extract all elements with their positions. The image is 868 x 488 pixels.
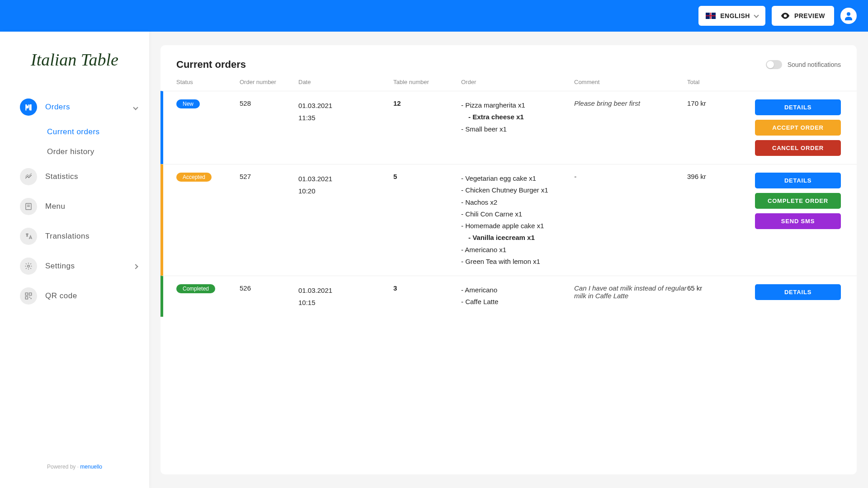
table-row: Completed52601.03.202110:153- Americano-… [160,276,857,317]
col-header-table-number: Table number [393,79,461,85]
table-row: New52801.03.202111:3512- Pizza margherit… [160,91,857,164]
order-item: - Extra cheese x1 [461,111,574,123]
order-item: - Americano x1 [461,244,574,256]
sidebar-item-label: QR code [45,291,77,300]
order-items: - Americano- Caffe Latte [461,284,574,309]
sidebar-item-orders[interactable]: Orders [20,92,149,122]
details-button[interactable]: DETAILS [755,99,841,115]
status-badge: Completed [176,284,215,293]
details-button[interactable]: DETAILS [755,284,841,300]
sidebar-item-label: Orders [45,103,70,112]
sidebar-item-qr-code[interactable]: QR code [20,281,149,311]
sound-notifications-label: Sound notifications [788,61,841,68]
svg-rect-8 [29,297,30,298]
cancel-order-button[interactable]: CANCEL ORDER [755,140,841,156]
row-actions: DETAILS [755,284,841,309]
details-button[interactable]: DETAILS [755,173,841,188]
send-sms-button[interactable]: SEND SMS [755,213,841,229]
order-time: 10:20 [298,185,393,197]
col-header-comment: Comment [574,79,687,85]
statistics-icon [20,168,37,185]
person-icon [843,10,854,21]
order-item: - Homemade apple cake x1 [461,220,574,232]
order-item: - Americano [461,284,574,296]
sidebar-item-label: Settings [45,262,75,271]
row-actions: DETAILSCOMPLETE ORDERSEND SMS [755,173,841,267]
svg-point-0 [847,12,850,16]
col-header-order-number: Order number [240,79,298,85]
order-items: - Pizza margherita x1- Extra cheese x1- … [461,99,574,156]
row-actions: DETAILSACCEPT ORDERCANCEL ORDER [755,99,841,156]
sidebar: Italian Table Orders Current orders Orde… [0,32,149,488]
table-header: Status Order number Date Table number Or… [160,79,857,91]
orders-table: Status Order number Date Table number Or… [160,79,857,317]
chevron-down-icon [134,103,137,112]
language-label: ENGLISH [720,12,750,19]
sidebar-item-statistics[interactable]: Statistics [20,162,149,192]
col-header-status: Status [176,79,240,85]
svg-rect-6 [29,293,32,295]
sidebar-item-label: Translations [45,232,90,241]
order-item: - Vanilla icecream x1 [461,232,574,244]
order-total: 396 kr [687,173,741,267]
order-item: - Small beer x1 [461,123,574,135]
sidebar-item-settings[interactable]: Settings [20,251,149,281]
topbar: ENGLISH PREVIEW [0,0,868,32]
powered-by: Powered by · menuello [0,455,149,479]
order-item: - Nachos x2 [461,197,574,208]
chevron-right-icon [134,262,137,271]
subnav-current-orders[interactable]: Current orders [47,122,149,142]
sound-notifications-toggle[interactable] [766,60,782,69]
subnav-order-history[interactable]: Order history [47,142,149,162]
uk-flag-icon [706,13,716,19]
page-title: Current orders [176,59,246,70]
table-row: Accepted52701.03.202110:205- Vegetarian … [160,164,857,276]
sidebar-item-menu[interactable]: Menu [20,192,149,221]
table-number: 12 [393,99,461,156]
sidebar-item-translations[interactable]: Translations [20,221,149,251]
col-header-total: Total [687,79,741,85]
accept-order-button[interactable]: ACCEPT ORDER [755,120,841,136]
table-number: 3 [393,284,461,309]
order-time: 10:15 [298,296,393,309]
col-header-date: Date [298,79,393,85]
order-item: - Vegetarian egg cake x1 [461,173,574,184]
sidebar-item-label: Statistics [45,172,78,181]
order-item: - Caffe Latte [461,296,574,308]
status-badge: New [176,99,200,108]
complete-order-button[interactable]: COMPLETE ORDER [755,193,841,209]
order-total: 170 kr [687,99,741,156]
order-item: - Chicken Chutney Burger x1 [461,184,574,196]
logo: Italian Table [0,50,149,70]
order-items: - Vegetarian egg cake x1- Chicken Chutne… [461,173,574,267]
order-time: 11:35 [298,112,393,124]
eye-icon [781,13,790,19]
order-item: - Pizza margherita x1 [461,99,574,111]
orders-icon [20,99,37,116]
order-number: 527 [240,173,298,267]
order-date: 01.03.2021 [298,284,393,296]
translations-icon [20,228,37,245]
order-total: 65 kr [687,284,741,309]
powered-link[interactable]: menuello [80,464,102,470]
svg-rect-9 [31,298,32,299]
menu-icon [20,198,37,215]
order-number: 528 [240,99,298,156]
table-number: 5 [393,173,461,267]
language-selector[interactable]: ENGLISH [698,6,765,26]
avatar[interactable] [840,8,857,24]
main-content: Current orders Sound notifications Statu… [149,32,868,488]
preview-button[interactable]: PREVIEW [772,6,834,26]
col-header-order: Order [461,79,574,85]
svg-rect-5 [25,293,28,295]
qr-code-icon [20,287,37,305]
order-date: 01.03.2021 [298,173,393,185]
status-badge: Accepted [176,173,212,182]
sidebar-item-label: Menu [45,202,66,211]
order-comment: Please bring beer first [574,99,687,156]
chevron-down-icon [754,13,759,18]
order-date: 01.03.2021 [298,99,393,112]
order-comment: Can I have oat milk instead of regular m… [574,284,687,309]
preview-label: PREVIEW [794,12,825,19]
svg-point-4 [28,265,30,267]
